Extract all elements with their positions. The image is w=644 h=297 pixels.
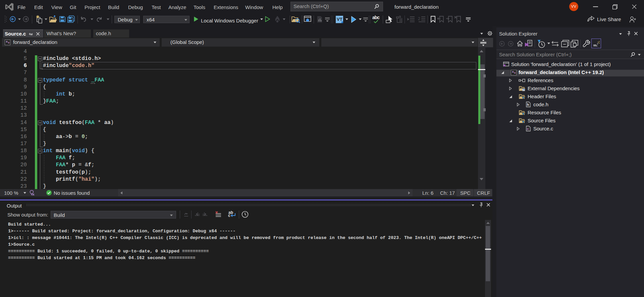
svg-text:2: 2 [418,16,420,21]
svg-text:h: h [527,103,529,107]
svg-text:c: c [527,127,529,131]
